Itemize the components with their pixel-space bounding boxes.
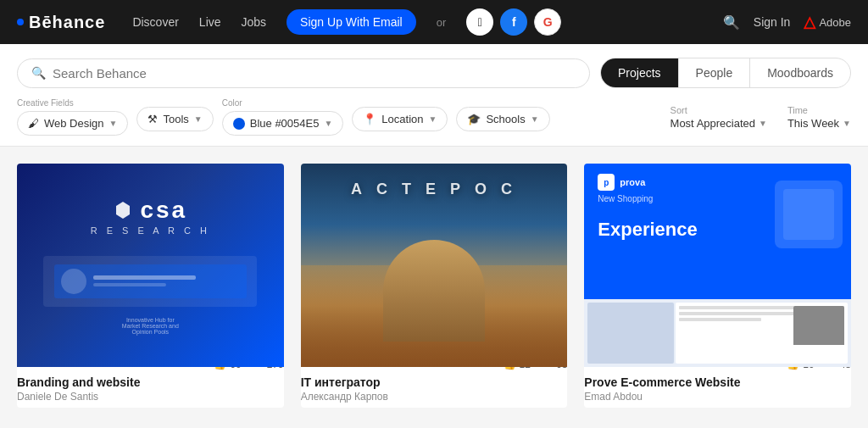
facebook-signin-button[interactable]: f xyxy=(500,8,527,36)
prova-header: p prova New Shopping Experience xyxy=(584,164,851,299)
school-icon: 🎓 xyxy=(467,113,481,125)
creative-fields-group: Creative Fields 🖌 Web Design ▼ xyxy=(17,98,128,136)
card-info-1: Branding and website Daniele De Santis 👍… xyxy=(17,367,284,408)
adobe-logo[interactable]: △ Adobe xyxy=(804,13,851,31)
tools-button[interactable]: ⚒ Tools ▼ xyxy=(136,107,213,131)
adobe-label: Adobe xyxy=(819,16,851,29)
color-group: Color Blue #0054E5 ▼ xyxy=(222,98,344,136)
card-author-1: Daniele De Santis xyxy=(17,391,140,403)
project-card-1[interactable]: csa R E S E A R C H Innovative Hub forMa… xyxy=(17,164,284,408)
chevron-down-icon: ▼ xyxy=(194,114,203,124)
creative-fields-label: Creative Fields xyxy=(17,98,128,108)
color-value: Blue #0054E5 xyxy=(250,117,320,130)
location-button[interactable]: 📍 Location ▼ xyxy=(352,107,448,131)
brand-dot xyxy=(17,19,24,25)
project-card-3[interactable]: p prova New Shopping Experience xyxy=(584,164,851,408)
card-image-1: csa R E S E A R C H Innovative Hub forMa… xyxy=(17,164,284,367)
google-signin-button[interactable]: G xyxy=(534,8,561,36)
search-row: 🔍 Projects People Moodboards xyxy=(17,58,851,88)
card-info-2: IT интегратор Александр Карпов 👍 12 👁 63 xyxy=(301,367,568,408)
card-info-3: Prove E-commerce Website Emad Abdou 👍 10… xyxy=(584,367,851,408)
location-group: 📍 Location ▼ xyxy=(352,103,448,131)
tools-value: Tools xyxy=(163,113,188,125)
tab-moodboards[interactable]: Moodboards xyxy=(750,58,850,87)
csa-tagline: Innovative Hub forMarket Research andOpi… xyxy=(122,317,179,335)
card-image-2: А С Т Е Р О С xyxy=(301,164,568,367)
pin-icon: 📍 xyxy=(363,113,376,125)
prova-body xyxy=(584,299,851,367)
card-image-3: p prova New Shopping Experience xyxy=(584,164,851,367)
brush-icon: 🖌 xyxy=(28,117,39,130)
schools-group: 🎓 Schools ▼ xyxy=(456,103,549,131)
sort-chevron-icon: ▼ xyxy=(759,119,767,128)
card-title-2: IT интегратор xyxy=(301,375,388,389)
project-card-2[interactable]: А С Т Е Р О С IT интегратор Александр Ка… xyxy=(301,164,568,408)
card-author-2: Александр Карпов xyxy=(301,391,388,403)
chevron-down-icon: ▼ xyxy=(429,114,437,124)
tab-group: Projects People Moodboards xyxy=(600,58,851,88)
filters-row: Creative Fields 🖌 Web Design ▼ ⚒ Tools ▼… xyxy=(17,88,851,146)
search-input[interactable] xyxy=(53,66,576,81)
time-group: Time This Week ▼ xyxy=(787,105,851,130)
color-dot xyxy=(233,118,245,130)
search-icon-nav[interactable]: 🔍 xyxy=(723,14,740,31)
nav-live[interactable]: Live xyxy=(199,15,221,29)
csa-sub-text: R E S E A R C H xyxy=(91,225,210,236)
card-author-3: Emad Abdou xyxy=(584,391,740,403)
sort-value-text: Most Appreciated xyxy=(670,117,755,130)
adobe-icon: △ xyxy=(804,13,815,31)
chevron-down-icon: ▼ xyxy=(109,119,118,128)
chevron-down-icon: ▼ xyxy=(531,114,539,124)
schools-button[interactable]: 🎓 Schools ▼ xyxy=(456,107,549,131)
csa-logo-text: csa xyxy=(140,197,187,224)
or-text: or xyxy=(437,16,447,29)
apple-signin-button[interactable]:  xyxy=(466,8,493,36)
search-icon: 🔍 xyxy=(31,66,46,80)
tools-icon: ⚒ xyxy=(147,113,158,125)
card-title-1: Branding and website xyxy=(17,375,140,389)
time-chevron-icon: ▼ xyxy=(843,119,851,128)
prova-badge: prova xyxy=(620,177,645,187)
color-label: Color xyxy=(222,98,344,108)
location-value: Location xyxy=(381,113,423,125)
chevron-down-icon: ▼ xyxy=(324,119,332,128)
brand-logo[interactable]: Bēhance xyxy=(17,13,105,32)
search-input-wrap[interactable]: 🔍 xyxy=(17,58,590,88)
svg-marker-0 xyxy=(116,202,130,219)
creative-fields-button[interactable]: 🖌 Web Design ▼ xyxy=(17,111,128,136)
tools-group: ⚒ Tools ▼ xyxy=(136,103,213,131)
projects-grid: csa R E S E A R C H Innovative Hub forMa… xyxy=(0,147,868,425)
signup-button[interactable]: Sign Up With Email xyxy=(287,9,416,35)
color-button[interactable]: Blue #0054E5 ▼ xyxy=(222,111,344,136)
nav-discover[interactable]: Discover xyxy=(132,15,178,29)
tab-projects[interactable]: Projects xyxy=(601,58,679,87)
card-title-3: Prove E-commerce Website xyxy=(584,375,740,389)
arch-title: А С Т Е Р О С xyxy=(351,181,517,198)
schools-value: Schools xyxy=(486,113,525,125)
time-value-text: This Week xyxy=(787,117,839,130)
nav-jobs[interactable]: Jobs xyxy=(242,15,267,29)
sort-group: Sort Most Appreciated ▼ xyxy=(670,105,767,130)
social-buttons:  f G xyxy=(466,8,561,36)
tab-people[interactable]: People xyxy=(679,58,751,87)
sort-section: Sort Most Appreciated ▼ Time This Week ▼ xyxy=(670,105,851,130)
search-section: 🔍 Projects People Moodboards Creative Fi… xyxy=(0,44,868,147)
nav-links: Discover Live Jobs xyxy=(132,15,266,29)
navbar-right: 🔍 Sign In △ Adobe xyxy=(723,13,851,31)
sort-label: Sort xyxy=(670,105,767,115)
time-value-button[interactable]: This Week ▼ xyxy=(787,117,851,130)
time-label: Time xyxy=(787,105,851,115)
sort-value-button[interactable]: Most Appreciated ▼ xyxy=(670,117,767,130)
creative-fields-value: Web Design xyxy=(44,117,104,130)
signin-link[interactable]: Sign In xyxy=(754,15,791,29)
brand-name: Bēhance xyxy=(29,13,105,32)
navbar: Bēhance Discover Live Jobs Sign Up With … xyxy=(0,0,868,44)
